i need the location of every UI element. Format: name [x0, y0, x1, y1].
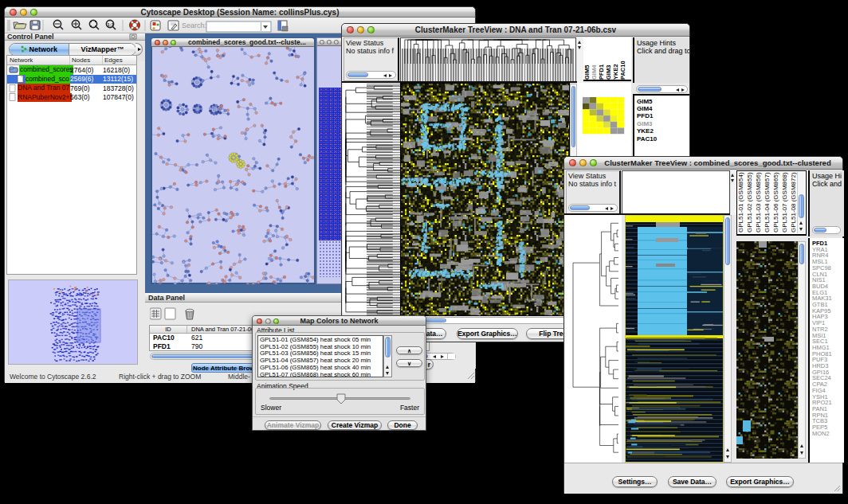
svg-text:GPL51-02 (GSM855): GPL51-02 (GSM855)	[746, 172, 753, 232]
svg-text:GPL51-08 (GSM872): GPL51-08 (GSM872)	[790, 172, 797, 232]
svg-text:PFD1: PFD1	[598, 64, 605, 80]
svg-text:GIM5: GIM5	[583, 65, 591, 80]
svg-text:GIM3: GIM3	[605, 65, 612, 80]
svg-text:GPL51-01 (GSM854): GPL51-01 (GSM854)	[737, 172, 744, 232]
svg-text:Search:: Search:	[182, 21, 206, 29]
svg-text:1:1: 1:1	[108, 22, 114, 27]
svg-text:YKE2: YKE2	[612, 64, 619, 80]
svg-text:GPL51-04 (GSM857): GPL51-04 (GSM857)	[764, 172, 771, 232]
svg-text:GIM4: GIM4	[591, 64, 598, 80]
svg-text:GPL51-03 (GSM856): GPL51-03 (GSM856)	[755, 172, 762, 232]
svg-text:PAC10: PAC10	[619, 61, 626, 80]
svg-text:GPL51-06 (GSM865): GPL51-06 (GSM865)	[772, 172, 779, 232]
svg-text:GPL51-07 (GSM868): GPL51-07 (GSM868)	[781, 172, 788, 232]
